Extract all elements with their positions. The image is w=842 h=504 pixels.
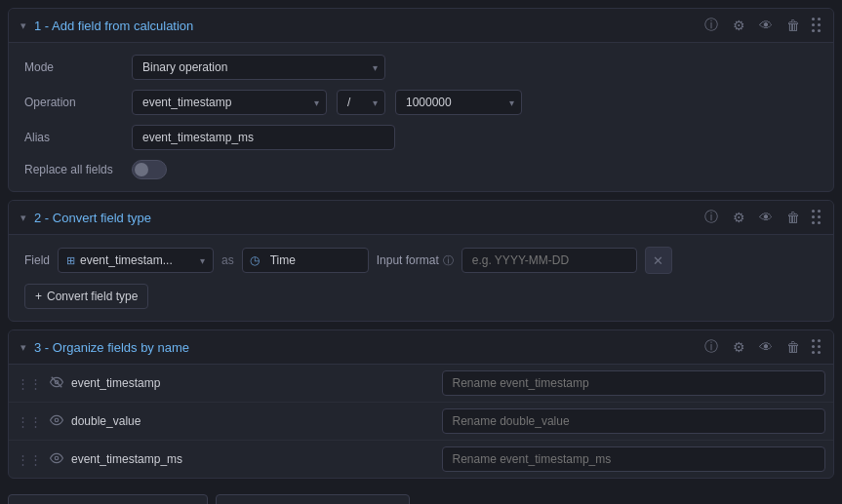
field-type-row: Field ⊞ event_timestam... ▾ as ◷ Time St… bbox=[24, 247, 818, 274]
mode-select-wrap: Binary operation Reduce row Row index ▾ bbox=[132, 55, 385, 80]
visibility-icon[interactable]: 👁 bbox=[757, 17, 775, 34]
drag-handle-icon[interactable] bbox=[812, 18, 822, 33]
row1-field-name: event_timestamp bbox=[71, 376, 434, 390]
section1-chevron[interactable]: ▾ bbox=[20, 19, 26, 32]
section3-chevron[interactable]: ▾ bbox=[20, 341, 26, 354]
section3-header: ▾ 3 - Organize fields by name ⓘ ⚙ 👁 🗑 bbox=[9, 330, 833, 365]
section3-body: ⋮⋮ event_timestamp ⋮⋮ double_value bbox=[9, 365, 833, 478]
op-value-wrap: 1000000 ▾ bbox=[395, 90, 522, 115]
section2-info-icon[interactable]: ⓘ bbox=[702, 209, 720, 226]
section3-settings-icon[interactable]: ⚙ bbox=[730, 338, 747, 356]
section2-visibility-icon[interactable]: 👁 bbox=[757, 209, 775, 226]
section2-delete-icon[interactable]: 🗑 bbox=[784, 209, 802, 226]
row3-rename-input[interactable] bbox=[442, 446, 826, 472]
list-item: ⋮⋮ event_timestamp bbox=[9, 365, 833, 403]
info-icon[interactable]: ⓘ bbox=[702, 17, 720, 34]
section3-icons: ⓘ ⚙ 👁 🗑 bbox=[702, 338, 822, 356]
operation-row: Operation event_timestamp ▾ / + - * ▾ 10… bbox=[24, 90, 818, 115]
as-label: as bbox=[221, 253, 234, 267]
row1-drag-icon[interactable]: ⋮⋮ bbox=[17, 376, 42, 391]
svg-point-3 bbox=[55, 456, 59, 460]
row3-drag-icon[interactable]: ⋮⋮ bbox=[17, 452, 42, 467]
section-add-field: ▾ 1 - Add field from calculation ⓘ ⚙ 👁 🗑… bbox=[8, 8, 834, 192]
field-type-label: Field bbox=[24, 253, 50, 267]
alias-label: Alias bbox=[24, 131, 122, 144]
section3-delete-icon[interactable]: 🗑 bbox=[784, 338, 802, 356]
replace-row: Replace all fields bbox=[24, 160, 818, 179]
field-type-value: event_timestam... bbox=[80, 253, 173, 267]
row2-field-name: double_value bbox=[71, 414, 434, 428]
section3-info-icon[interactable]: ⓘ bbox=[702, 338, 720, 356]
mode-select[interactable]: Binary operation Reduce row Row index bbox=[132, 55, 385, 80]
op-sign-select[interactable]: / + - * bbox=[337, 90, 385, 115]
replace-toggle-knob bbox=[135, 163, 148, 176]
op-sign-wrap: / + - * ▾ bbox=[337, 90, 385, 115]
convert-field-type-button[interactable]: + Convert field type bbox=[24, 284, 148, 309]
section2-chevron[interactable]: ▾ bbox=[20, 212, 26, 224]
input-format-field[interactable] bbox=[461, 248, 637, 273]
clear-format-button[interactable]: ✕ bbox=[645, 247, 672, 274]
section2-header: ▾ 2 - Convert field type ⓘ ⚙ 👁 🗑 bbox=[9, 201, 833, 235]
svg-point-2 bbox=[55, 418, 59, 422]
replace-toggle-track[interactable] bbox=[132, 160, 167, 179]
row2-rename-input[interactable] bbox=[442, 408, 826, 434]
section-organize-fields: ▾ 3 - Organize fields by name ⓘ ⚙ 👁 🗑 ⋮⋮ bbox=[8, 330, 834, 479]
section3-visibility-icon[interactable]: 👁 bbox=[757, 338, 775, 356]
alias-row: Alias bbox=[24, 125, 818, 150]
footer: + Add another transformation ✕ Delete al… bbox=[8, 486, 834, 504]
row1-rename-input[interactable] bbox=[442, 370, 826, 396]
convert-btn-row: + Convert field type bbox=[24, 284, 818, 309]
row3-field-name: event_timestamp_ms bbox=[71, 452, 434, 466]
section2-settings-icon[interactable]: ⚙ bbox=[730, 209, 747, 226]
type-select-wrap: ◷ Time String Number Boolean bbox=[242, 248, 369, 273]
input-format-label: Input format ⓘ bbox=[377, 253, 454, 268]
field-type-select[interactable]: ⊞ event_timestam... ▾ bbox=[58, 248, 214, 273]
section1-header: ▾ 1 - Add field from calculation ⓘ ⚙ 👁 🗑 bbox=[9, 9, 833, 43]
replace-toggle[interactable] bbox=[132, 160, 167, 179]
list-item: ⋮⋮ double_value bbox=[9, 403, 833, 441]
section-convert-field: ▾ 2 - Convert field type ⓘ ⚙ 👁 🗑 Field bbox=[8, 200, 834, 322]
operation-label: Operation bbox=[24, 96, 122, 109]
row2-drag-icon[interactable]: ⋮⋮ bbox=[17, 414, 42, 429]
section3-drag-handle[interactable] bbox=[812, 339, 822, 355]
section3-title: 3 - Organize fields by name bbox=[34, 340, 695, 355]
alias-input[interactable] bbox=[132, 125, 395, 150]
mode-label: Mode bbox=[24, 60, 122, 74]
op-value-select[interactable]: 1000000 bbox=[395, 90, 522, 115]
section2-title: 2 - Convert field type bbox=[34, 211, 695, 225]
row1-eye-icon[interactable] bbox=[50, 375, 63, 392]
replace-label: Replace all fields bbox=[24, 163, 122, 176]
add-transformation-button[interactable]: + Add another transformation bbox=[8, 494, 208, 504]
plus-icon: + bbox=[35, 290, 42, 303]
settings-icon[interactable]: ⚙ bbox=[730, 17, 747, 34]
section1-icons: ⓘ ⚙ 👁 🗑 bbox=[702, 17, 822, 34]
row3-eye-icon[interactable] bbox=[50, 451, 63, 468]
op-field-select[interactable]: event_timestamp bbox=[132, 90, 327, 115]
section2-drag-handle[interactable] bbox=[812, 210, 822, 225]
row2-eye-icon[interactable] bbox=[50, 413, 63, 430]
op-field-wrap: event_timestamp ▾ bbox=[132, 90, 327, 115]
section1-body: Mode Binary operation Reduce row Row ind… bbox=[9, 43, 833, 191]
input-format-info-icon[interactable]: ⓘ bbox=[443, 253, 454, 268]
field-type-table-icon: ⊞ bbox=[66, 254, 75, 267]
delete-icon[interactable]: 🗑 bbox=[784, 17, 802, 34]
list-item: ⋮⋮ event_timestamp_ms bbox=[9, 441, 833, 478]
section2-icons: ⓘ ⚙ 👁 🗑 bbox=[702, 209, 822, 226]
type-select[interactable]: Time String Number Boolean bbox=[242, 248, 369, 273]
section1-title: 1 - Add field from calculation bbox=[34, 19, 695, 33]
delete-all-button[interactable]: ✕ Delete all transformations bbox=[216, 494, 409, 504]
mode-row: Mode Binary operation Reduce row Row ind… bbox=[24, 55, 818, 80]
field-type-chevron: ▾ bbox=[200, 255, 205, 266]
section2-body: Field ⊞ event_timestam... ▾ as ◷ Time St… bbox=[9, 235, 833, 321]
